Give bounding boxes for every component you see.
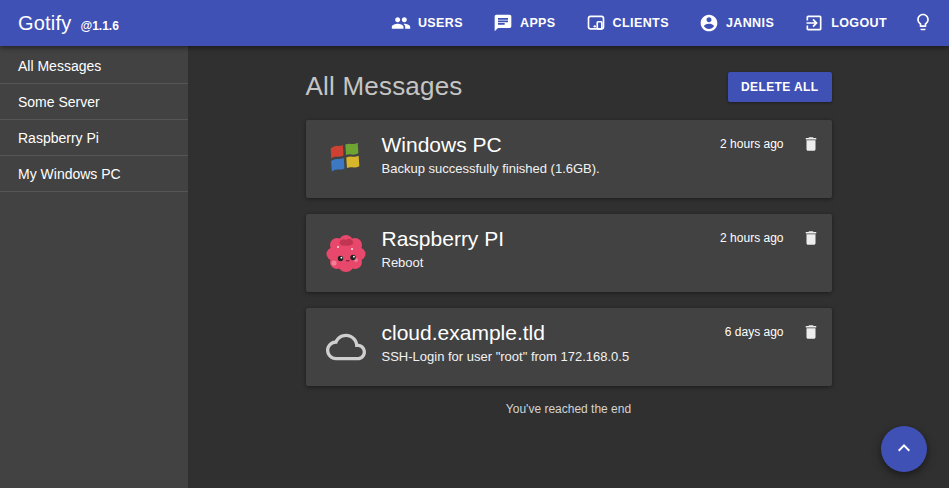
trash-icon xyxy=(802,135,820,156)
message-title: Raspberry PI xyxy=(382,226,721,251)
nav-logout[interactable]: LOGOUT xyxy=(804,13,887,33)
account-circle-icon xyxy=(699,13,719,33)
nav-apps[interactable]: APPS xyxy=(493,13,556,33)
delete-all-button[interactable]: DELETE ALL xyxy=(728,72,832,102)
sidebar: All Messages Some Server Raspberry Pi My… xyxy=(0,46,188,488)
message-timestamp: 2 hours ago xyxy=(720,135,783,153)
chat-icon xyxy=(493,13,513,33)
delete-message-button[interactable] xyxy=(802,323,820,344)
cloud-icon xyxy=(326,327,366,367)
trash-icon xyxy=(802,229,820,250)
app-title: Gotify xyxy=(18,12,71,35)
delete-message-button[interactable] xyxy=(802,229,820,250)
nav-users-label: USERS xyxy=(418,16,463,30)
sidebar-item-my-windows-pc[interactable]: My Windows PC xyxy=(0,156,188,192)
sidebar-item-label: Raspberry Pi xyxy=(18,130,99,146)
page-title: All Messages xyxy=(306,71,463,102)
message-text: Backup successfully finished (1.6GB). xyxy=(382,161,721,176)
theme-toggle-button[interactable] xyxy=(913,12,933,35)
end-of-list-text: You've reached the end xyxy=(306,402,832,416)
delete-message-button[interactable] xyxy=(802,135,820,156)
message-card-windows-pc: Windows PC Backup successfully finished … xyxy=(306,120,832,198)
sidebar-item-label: My Windows PC xyxy=(18,166,121,182)
sidebar-item-all-messages[interactable]: All Messages xyxy=(0,48,188,84)
app-version: @1.1.6 xyxy=(80,19,118,33)
sidebar-item-raspberry-pi[interactable]: Raspberry Pi xyxy=(0,120,188,156)
nav-user-label: JANNIS xyxy=(726,16,774,30)
message-title: cloud.example.tld xyxy=(382,320,725,345)
main-area: All Messages DELETE ALL Windows PC Backu… xyxy=(188,46,949,488)
logout-icon xyxy=(804,13,824,33)
brand: Gotify @1.1.6 xyxy=(18,12,119,35)
nav-apps-label: APPS xyxy=(520,16,556,30)
app-bar: Gotify @1.1.6 USERS APPS CLIENTS xyxy=(0,0,949,46)
nav-logout-label: LOGOUT xyxy=(831,16,887,30)
nav-clients[interactable]: CLIENTS xyxy=(586,13,669,33)
message-text: Reboot xyxy=(382,255,721,270)
lightbulb-icon xyxy=(913,12,933,35)
chevron-up-icon xyxy=(892,436,916,463)
message-timestamp: 2 hours ago xyxy=(720,229,783,247)
raspberry-logo xyxy=(326,233,366,273)
sidebar-item-label: All Messages xyxy=(18,58,101,74)
trash-icon xyxy=(802,323,820,344)
devices-icon xyxy=(586,13,606,33)
message-card-cloud: cloud.example.tld SSH-Login for user "ro… xyxy=(306,308,832,386)
message-timestamp: 6 days ago xyxy=(725,323,784,341)
nav-users[interactable]: USERS xyxy=(391,13,463,33)
message-card-raspberry-pi: Raspberry PI Reboot 2 hours ago xyxy=(306,214,832,292)
windows-logo xyxy=(326,139,366,179)
nav-user-jannis[interactable]: JANNIS xyxy=(699,13,774,33)
nav-clients-label: CLIENTS xyxy=(613,16,669,30)
scroll-to-top-button[interactable] xyxy=(881,426,927,472)
sidebar-item-some-server[interactable]: Some Server xyxy=(0,84,188,120)
users-icon xyxy=(391,13,411,33)
top-nav: USERS APPS CLIENTS JANNIS xyxy=(361,12,933,35)
sidebar-item-label: Some Server xyxy=(18,94,100,110)
message-text: SSH-Login for user "root" from 172.168.0… xyxy=(382,349,725,364)
message-title: Windows PC xyxy=(382,132,721,157)
